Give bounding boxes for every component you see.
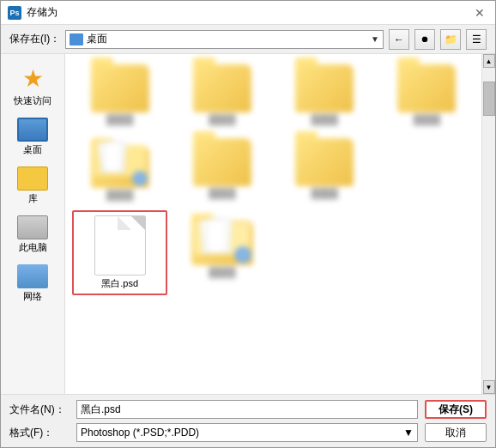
sidebar-item-desktop[interactable]: 桌面 [1,114,64,160]
back-button[interactable]: ← [389,29,409,50]
app-icon: Ps [8,6,21,20]
file-item[interactable]: ↑ ████ [174,210,269,295]
sidebar-item-quickaccess[interactable]: ★ 快速访问 [1,61,64,111]
view-button[interactable]: ☰ [466,29,487,50]
file-item[interactable]: ↑ ████ [72,135,167,203]
scrollbar-thumb[interactable] [483,82,495,116]
up-button[interactable]: 📁 [440,29,461,50]
empty-cell [379,135,475,203]
save-in-label: 保存在(I)： [9,32,60,46]
file-item[interactable]: ████ [174,135,269,203]
format-arrow-icon: ▼ [403,427,414,439]
close-button[interactable]: ✕ [471,4,488,21]
bottom-area: 文件名(N)： 保存(S) 格式(F)： Photoshop (*.PSD;*.… [1,394,495,447]
folder-icon [397,64,456,112]
folder-open-icon: ↑ [91,138,149,188]
sidebar-label-desktop: 桌面 [23,143,42,156]
library-icon [17,166,48,191]
format-text: Photoshop (*.PSD;*.PDD) [81,427,199,439]
format-row: 格式(F)： Photoshop (*.PSD;*.PDD) ▼ 取消 [9,423,487,442]
main-area: ★ 快速访问 桌面 库 此电脑 网络 [1,54,495,394]
file-item[interactable]: ████ [277,61,372,128]
filename-row: 文件名(N)： 保存(S) [9,400,487,419]
toolbar: 保存在(I)： 桌面 ▼ ← ⏺ 📁 ☰ [1,25,495,54]
quickaccess-icon: ★ [22,64,44,93]
file-item[interactable]: ████ [379,61,475,128]
cancel-button[interactable]: 取消 [425,423,487,442]
sidebar-item-network[interactable]: 网络 [1,261,64,306]
folder-open-large-icon: ↑ [191,214,253,265]
psd-file-icon [94,215,146,275]
sidebar-item-thispc[interactable]: 此电脑 [1,212,64,257]
scrollbar[interactable]: ▲ ▼ [481,54,495,394]
title-bar: Ps 存储为 ✕ [1,1,495,25]
combo-arrow-icon: ▼ [371,34,379,44]
file-name: ████ [414,114,440,124]
sidebar-label-library: 库 [28,192,38,205]
file-item[interactable]: ████ [174,61,269,128]
folder-icon [91,64,149,112]
scroll-down-button[interactable]: ▼ [483,380,495,394]
file-item[interactable]: ████ [277,135,372,203]
star-icon: ★ [22,65,44,92]
file-area: ████ ████ ████ ████ [65,54,481,394]
desktop-icon [17,118,48,142]
location-dropdown[interactable]: 桌面 ▼ [65,30,384,49]
computer-icon [17,215,48,239]
file-name: 黑白.psd [101,277,138,290]
sidebar-label-network: 网络 [23,290,42,303]
save-as-dialog: Ps 存储为 ✕ 保存在(I)： 桌面 ▼ ← ⏺ 📁 ☰ ★ 快速访问 [0,0,496,448]
dialog-title: 存储为 [27,5,57,20]
folder-icon [295,138,354,186]
sidebar-label-quickaccess: 快速访问 [14,94,51,107]
save-button[interactable]: 保存(S) [425,400,487,419]
filename-label: 文件名(N)： [9,403,70,417]
format-label: 格式(F)： [9,426,70,440]
folder-icon [193,64,251,112]
file-name: ████ [312,114,338,124]
location-text: 桌面 [87,32,367,46]
file-item-psd[interactable]: 黑白.psd [72,210,167,295]
filename-input[interactable] [76,400,418,419]
file-name: ████ [209,188,235,198]
file-name: ████ [312,188,338,198]
file-name: ████ [209,114,235,124]
sidebar-item-library[interactable]: 库 [1,163,64,209]
network-icon [17,264,48,288]
title-bar-left: Ps 存储为 [8,5,57,20]
format-dropdown[interactable]: Photoshop (*.PSD;*.PDD) ▼ [76,423,418,442]
location-folder-icon [70,33,83,45]
recent-button[interactable]: ⏺ [414,29,435,50]
sidebar-label-thispc: 此电脑 [19,241,47,254]
file-item[interactable]: ████ [72,61,167,128]
folder-icon [295,64,354,112]
file-name: ████ [106,190,133,200]
sidebar: ★ 快速访问 桌面 库 此电脑 网络 [1,54,65,394]
folder-icon [193,138,251,186]
file-name: ████ [106,114,133,124]
file-name: ████ [209,267,235,277]
scroll-up-button[interactable]: ▲ [483,54,495,68]
